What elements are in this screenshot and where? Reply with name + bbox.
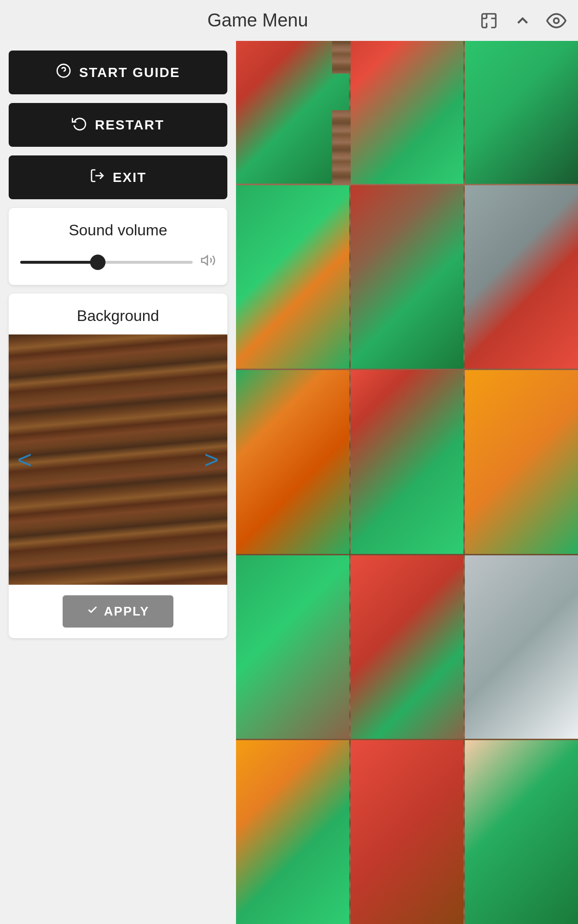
puzzle-piece [351,555,464,739]
background-preview-wrapper: < > [9,334,227,585]
svg-marker-4 [202,256,208,265]
puzzle-piece [351,185,464,369]
start-guide-label: START GUIDE [79,65,180,80]
slider-fill [20,261,98,264]
volume-icon [200,253,216,271]
eye-icon[interactable] [544,9,568,33]
puzzle-piece [465,370,578,554]
header-bar: Game Menu [0,0,578,41]
sound-volume-card: Sound volume [9,208,227,285]
puzzle-piece [465,185,578,369]
background-title: Background [9,307,227,325]
restart-button[interactable]: RESTART [9,103,227,147]
puzzle-piece [236,555,349,739]
chevron-up-icon[interactable] [511,9,535,33]
volume-slider[interactable] [20,261,193,264]
puzzle-piece [351,370,464,554]
apply-row: APPLY [9,585,227,638]
puzzle-piece [465,740,578,924]
background-prev-button[interactable]: < [13,440,37,479]
puzzle-overlay [236,0,578,924]
sound-volume-title: Sound volume [20,221,216,239]
puzzle-icon[interactable] [477,9,501,33]
page-title: Game Menu [0,10,477,31]
chevron-right-icon: > [204,446,219,474]
puzzle-piece [236,740,349,924]
checkmark-icon [87,604,98,619]
start-guide-button[interactable]: START GUIDE [9,51,227,94]
apply-label: APPLY [104,604,149,619]
slider-row [20,253,216,271]
exit-icon [90,168,105,187]
puzzle-piece [465,555,578,739]
svg-point-0 [554,18,559,23]
apply-button[interactable]: APPLY [63,595,173,628]
chevron-left-icon: < [17,446,32,474]
slider-thumb[interactable] [90,255,105,270]
restart-label: RESTART [95,117,164,133]
header-icons [477,9,578,33]
background-preview [9,334,227,585]
exit-label: EXIT [113,170,146,185]
puzzle-piece [351,740,464,924]
puzzle-area [236,0,578,924]
exit-button[interactable]: EXIT [9,155,227,199]
puzzle-piece [236,185,349,369]
background-next-button[interactable]: > [199,440,223,479]
start-guide-icon [56,63,71,82]
restart-icon [72,116,87,134]
puzzle-piece [236,370,349,554]
left-panel: START GUIDE RESTART EXIT Sound volume [0,41,236,924]
background-card: Background < > APPLY [9,294,227,638]
